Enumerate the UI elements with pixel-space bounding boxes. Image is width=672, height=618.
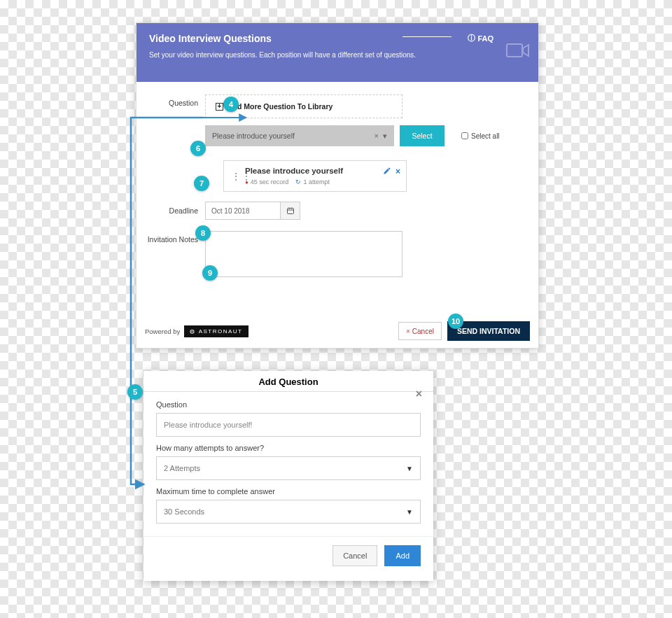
- callout-4: 4: [223, 97, 239, 112]
- astronaut-brand: ASTRONAUT: [199, 328, 243, 335]
- callout-10: 10: [448, 314, 463, 329]
- astronaut-badge: ◍ ASTRONAUT: [184, 325, 248, 337]
- close-icon: ×: [406, 328, 410, 335]
- question-card: ⋮⋮ Please introduce yourself 45 sec reco…: [223, 160, 407, 192]
- select-button[interactable]: Select: [400, 125, 444, 146]
- modal-attempts-label: How many attempts to answer?: [156, 444, 421, 452]
- panel-footer: Powered by ◍ ASTRONAUT × Cancel SEND INV…: [136, 321, 538, 341]
- modal-title: Add Question: [156, 377, 421, 387]
- chevron-down-icon: ▾: [383, 132, 387, 141]
- astronaut-icon: ◍: [190, 328, 196, 335]
- question-dropdown[interactable]: Please introduce yourself × ▾: [205, 125, 394, 146]
- close-icon[interactable]: ×: [396, 167, 400, 177]
- edit-icon[interactable]: [383, 167, 391, 177]
- callout-6: 6: [190, 141, 206, 156]
- divider: [402, 36, 451, 37]
- svg-rect-2: [287, 209, 293, 214]
- drag-handle-icon[interactable]: ⋮⋮: [231, 167, 238, 185]
- invitation-notes-textarea[interactable]: [205, 231, 402, 277]
- record-duration: 45 sec record: [245, 178, 288, 185]
- modal-maxtime-value: 30 Seconds: [164, 507, 204, 516]
- modal-add-button[interactable]: Add: [384, 545, 421, 566]
- select-all-input[interactable]: [461, 132, 468, 139]
- divider: [144, 391, 433, 392]
- dropdown-value: Please introduce yourself: [212, 132, 295, 140]
- add-question-modal: Add Question × Question How many attempt…: [144, 371, 433, 581]
- calendar-icon[interactable]: [281, 202, 300, 220]
- select-all-checkbox[interactable]: Select all: [461, 132, 500, 140]
- chevron-down-icon: ▼: [406, 508, 413, 516]
- deadline-input[interactable]: [205, 202, 281, 220]
- plus-icon: +: [216, 103, 223, 111]
- deadline-label: Deadline: [145, 206, 205, 215]
- attempt-count: 1 attempt: [295, 178, 330, 185]
- modal-attempts-value: 2 Attempts: [164, 464, 200, 472]
- svg-rect-1: [507, 44, 522, 57]
- select-all-label: Select all: [471, 132, 500, 140]
- close-icon[interactable]: ×: [416, 388, 422, 400]
- cancel-label: Cancel: [412, 328, 434, 335]
- modal-cancel-button[interactable]: Cancel: [332, 545, 377, 566]
- modal-question-label: Question: [156, 400, 421, 409]
- panel-header: Video Interview Questions Set your video…: [136, 23, 538, 82]
- cancel-button[interactable]: × Cancel: [398, 322, 442, 340]
- powered-by-label: Powered by: [145, 328, 180, 335]
- chevron-down-icon: ▼: [406, 465, 413, 472]
- callout-7: 7: [194, 176, 209, 191]
- modal-question-input[interactable]: [156, 413, 421, 437]
- faq-link[interactable]: ⓘ FAQ: [468, 33, 493, 43]
- callout-5: 5: [127, 384, 143, 400]
- callout-8: 8: [195, 225, 211, 241]
- add-library-label: Add More Question To Library: [227, 102, 332, 111]
- modal-attempts-select[interactable]: 2 Attempts ▼: [156, 456, 421, 480]
- help-icon: ⓘ: [468, 33, 475, 43]
- question-card-title: Please introduce yourself: [245, 167, 343, 175]
- faq-label: FAQ: [477, 34, 493, 43]
- callout-9: 9: [202, 265, 218, 281]
- modal-maxtime-label: Maximum time to complete answer: [156, 487, 421, 496]
- video-camera-icon: [506, 41, 530, 62]
- page-subtitle: Set your video interview questions. Each…: [149, 51, 526, 59]
- clear-icon[interactable]: ×: [374, 132, 379, 141]
- modal-maxtime-select[interactable]: 30 Seconds ▼: [156, 500, 421, 524]
- question-label: Question: [145, 94, 205, 107]
